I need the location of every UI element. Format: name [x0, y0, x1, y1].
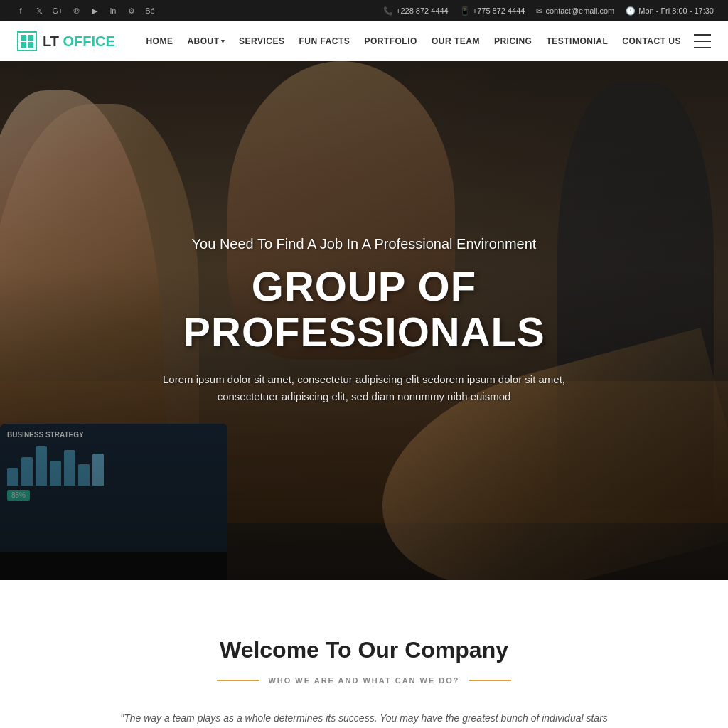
hamburger-menu[interactable]	[694, 34, 711, 48]
top-bar: f 𝕏 G+ ℗ ▶ in ⚙ Bé 📞 +228 872 4444 📱 +77…	[0, 0, 728, 21]
welcome-section: Welcome To Our Company WHO WE ARE AND WH…	[0, 580, 728, 728]
divider-text: WHO WE ARE AND WHAT CAN WE DO?	[268, 676, 459, 685]
email-icon: ✉	[536, 6, 542, 16]
phone-1: 📞 +228 872 4444	[383, 6, 449, 16]
welcome-quote: "The way a team plays as a whole determi…	[115, 710, 613, 728]
nav-our-team[interactable]: OUR TEAM	[426, 32, 486, 50]
nav-pricing[interactable]: PRICING	[488, 32, 538, 50]
facebook-icon[interactable]: f	[14, 4, 27, 17]
linkedin-icon[interactable]: in	[107, 4, 119, 17]
logo[interactable]: LT OFFICE	[17, 31, 115, 51]
twitter-icon[interactable]: 𝕏	[33, 4, 46, 17]
settings-icon[interactable]: ⚙	[125, 4, 138, 17]
hero-description: Lorem ipsum dolor sit amet, consectetur …	[87, 371, 641, 405]
contact-info: 📞 +228 872 4444 📱 +775 872 4444 ✉ contac…	[383, 6, 714, 16]
google-plus-icon[interactable]: G+	[51, 4, 64, 17]
nav-contact[interactable]: CONTACT US	[616, 32, 687, 50]
main-nav: HOME ABOUT SERVICES FUN FACTS PORTFOLIO …	[140, 32, 711, 50]
nav-testimonial[interactable]: TESTIMONIAL	[540, 32, 614, 50]
phone-2: 📱 +775 872 4444	[460, 6, 525, 16]
hero-title: GROUP OF PROFESSIONALS	[87, 264, 641, 355]
hero-section: BUSINESS STRATEGY 85% You Need To Find A…	[0, 61, 728, 580]
nav-services[interactable]: SERVICES	[233, 32, 290, 50]
hero-content: You Need To Find A Job In A Professional…	[44, 236, 684, 406]
email: ✉ contact@email.com	[536, 6, 614, 16]
nav-home[interactable]: HOME	[140, 32, 178, 50]
hero-subtitle: You Need To Find A Job In A Professional…	[87, 236, 641, 252]
logo-icon	[17, 31, 37, 51]
welcome-divider: WHO WE ARE AND WHAT CAN WE DO?	[43, 676, 685, 685]
clock-icon: 🕐	[626, 6, 636, 16]
hours: 🕐 Mon - Fri 8:00 - 17:30	[626, 6, 714, 16]
mobile-icon: 📱	[460, 6, 470, 16]
youtube-icon[interactable]: ▶	[88, 4, 101, 17]
divider-line-right	[469, 680, 511, 681]
nav-fun-facts[interactable]: FUN FACTS	[294, 32, 356, 50]
social-links: f 𝕏 G+ ℗ ▶ in ⚙ Bé	[14, 4, 156, 17]
phone-icon: 📞	[383, 6, 393, 16]
logo-text: LT OFFICE	[43, 33, 115, 50]
nav-portfolio[interactable]: PORTFOLIO	[358, 32, 423, 50]
divider-line-left	[217, 680, 259, 681]
welcome-title: Welcome To Our Company	[43, 637, 685, 663]
pinterest-icon[interactable]: ℗	[70, 4, 82, 17]
behance-icon[interactable]: Bé	[144, 4, 156, 17]
nav-about[interactable]: ABOUT	[181, 32, 230, 50]
header: LT OFFICE HOME ABOUT SERVICES FUN FACTS …	[0, 21, 728, 61]
